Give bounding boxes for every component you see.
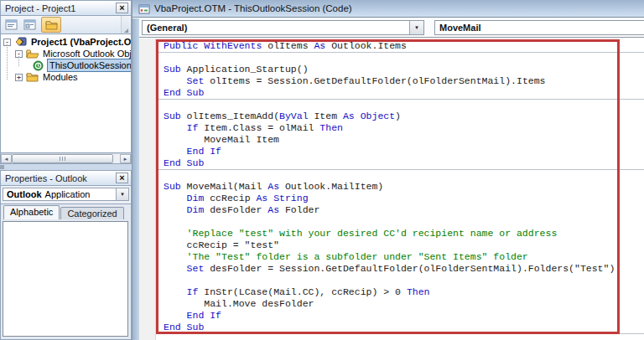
code-line: Mail.Move desFolder — [164, 298, 644, 310]
code-line: Sub MoveMail(Mail As Outlook.MailItem) — [164, 181, 644, 193]
chevron-down-icon[interactable]: ▼ — [116, 188, 128, 200]
code-line: End Sub — [164, 87, 644, 99]
tree-item[interactable]: ThisOutlookSession — [1, 59, 131, 71]
object-selector-dropdown[interactable]: (General) ▼ — [142, 20, 424, 35]
code-line: MoveMail Item — [164, 134, 644, 146]
code-window-titlebar[interactable]: VbaProject.OTM - ThisOutlookSession (Cod… — [132, 0, 644, 18]
dropdown-row: (General) ▼ MoveMail — [132, 18, 644, 38]
properties-body — [0, 219, 132, 340]
code-line: End If — [164, 310, 644, 322]
properties-tabs: Alphabetic Categorized — [0, 204, 132, 219]
project-tree: -Project1 (VbaProject.OT-Microsoft Outlo… — [0, 34, 132, 153]
object-type: Application — [45, 189, 91, 199]
vba-editor: Project - Project1 × -Project1 (VbaProje… — [0, 0, 644, 340]
tree-item[interactable]: -Microsoft Outlook Object — [1, 48, 131, 59]
code-window-title: VbaProject.OTM - ThisOutlookSession (Cod… — [154, 3, 352, 13]
code-line: Dim ccRecip As String — [164, 193, 644, 204]
tree-item-label[interactable]: Project1 (VbaProject.OT — [29, 36, 132, 48]
code-line: Set desFolder = Session.GetDefaultFolder… — [164, 263, 644, 275]
code-line — [164, 52, 644, 64]
procedure-selector-dropdown[interactable]: MoveMail — [434, 20, 644, 35]
toolbar-grip — [121, 16, 129, 33]
tree-guide-line — [18, 56, 19, 66]
project-explorer-panel: Project - Project1 × -Project1 (VbaProje… — [0, 0, 132, 164]
code-line: Public WithEvents olItems As Outlook.Ite… — [164, 40, 644, 52]
tab-categorized[interactable]: Categorized — [60, 207, 123, 219]
tree-item[interactable]: +Modules — [1, 71, 131, 83]
view-object-icon[interactable] — [23, 18, 38, 31]
object-name: Outlook — [7, 189, 42, 199]
close-icon[interactable]: × — [116, 173, 128, 183]
code-window: VbaProject.OTM - ThisOutlookSession (Cod… — [132, 0, 644, 340]
project-panel-titlebar: Project - Project1 × — [0, 0, 132, 16]
scroll-left-icon[interactable]: ◄ — [1, 154, 12, 163]
properties-panel-titlebar: Properties - Outlook × — [0, 170, 132, 186]
code-line: Dim desFolder As Folder — [164, 204, 644, 216]
properties-list[interactable] — [3, 221, 128, 337]
scrollbar-track[interactable] — [113, 154, 120, 163]
code-line — [164, 99, 644, 111]
code-line — [164, 216, 644, 228]
tree-item-label[interactable]: Microsoft Outlook Object — [41, 48, 132, 59]
code-lines[interactable]: Public WithEvents olItems As Outlook.Ite… — [164, 40, 644, 333]
code-window-icon — [138, 3, 150, 14]
code-line: End Sub — [164, 322, 644, 333]
vba-project-icon — [14, 37, 27, 48]
procedure-selector-value: MoveMail — [439, 23, 481, 33]
project-toolbar — [0, 16, 132, 34]
project-horizontal-scrollbar[interactable]: ◄ ► — [0, 153, 132, 164]
code-line: Sub Application_Startup() — [164, 64, 644, 75]
chevron-down-icon[interactable]: ▼ — [409, 21, 423, 34]
panel-splitter[interactable] — [0, 165, 4, 169]
code-line: 'The "Test" folder is a subfolder under … — [164, 251, 644, 263]
code-line: 'Replace "test" with your desired CC'd r… — [164, 228, 644, 240]
properties-panel: Properties - Outlook × Outlook Applicati… — [0, 170, 132, 340]
procedure-separator — [156, 333, 644, 334]
session-icon — [32, 60, 44, 71]
folder-closed-icon — [26, 72, 39, 83]
code-line — [164, 275, 644, 286]
code-line — [164, 169, 644, 181]
scrollbar-thumb[interactable] — [12, 154, 113, 163]
close-icon[interactable]: × — [116, 3, 128, 13]
object-dropdown[interactable]: Outlook Application ▼ — [3, 188, 129, 201]
tree-item[interactable]: -Project1 (VbaProject.OT — [1, 36, 131, 48]
properties-panel-title: Properties - Outlook — [5, 173, 87, 183]
tree-item-label[interactable]: ThisOutlookSession — [47, 59, 132, 72]
code-line: End If — [164, 146, 644, 157]
code-margin-bar — [139, 39, 156, 340]
code-line: ccRecip = "test" — [164, 240, 644, 251]
object-selector-value: (General) — [147, 23, 187, 33]
view-code-icon[interactable] — [4, 18, 19, 31]
scroll-right-icon[interactable]: ► — [120, 154, 131, 163]
code-line: Set olItems = Session.GetDefaultFolder(o… — [164, 75, 644, 87]
tree-guide-line — [7, 44, 8, 80]
toggle-folders-button[interactable] — [41, 17, 61, 33]
expand-icon[interactable]: + — [15, 74, 23, 81]
code-line: Sub olItems_ItemAdd(ByVal Item As Object… — [164, 111, 644, 122]
project-panel-title: Project - Project1 — [5, 3, 75, 13]
code-line: If InStr(LCase(Mail.CC), ccRecip) > 0 Th… — [164, 286, 644, 298]
code-line: If Item.Class = olMail Then — [164, 122, 644, 134]
folder-open-icon — [26, 49, 39, 59]
object-combo-row: Outlook Application ▼ — [0, 186, 132, 204]
window-frame-strip — [132, 18, 139, 340]
tab-alphabetic[interactable]: Alphabetic — [3, 205, 60, 219]
tree-item-label[interactable]: Modules — [41, 71, 80, 83]
folder-icon — [45, 20, 58, 30]
code-line: End Sub — [164, 157, 644, 169]
